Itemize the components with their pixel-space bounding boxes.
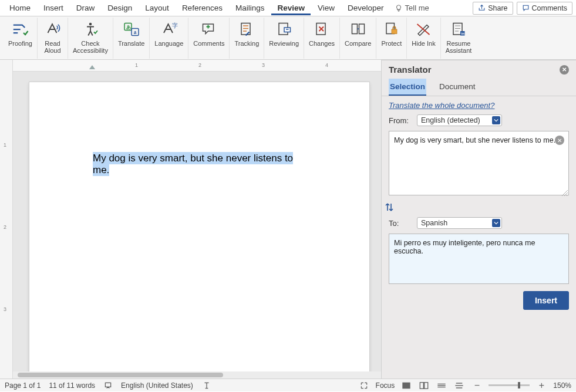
svg-point-0: [89, 23, 92, 26]
slider-knob[interactable]: [518, 382, 520, 388]
view-outline-button[interactable]: [453, 381, 465, 390]
menu-view[interactable]: View: [312, 1, 341, 15]
menubar: Home Insert Draw Design Layout Reference…: [0, 0, 576, 16]
target-text-box[interactable]: Mi perro es muy inteligente, pero nunca …: [389, 234, 569, 284]
menu-mailings[interactable]: Mailings: [230, 1, 271, 15]
menu-design[interactable]: Design: [102, 1, 138, 15]
svg-rect-19: [425, 382, 428, 388]
accessibility-icon: [82, 21, 99, 38]
print-layout-icon: [402, 381, 411, 390]
work-area: 1 2 3 1 2 3 4 My dog is very smart, but …: [0, 60, 576, 379]
svg-text:あ: あ: [126, 25, 131, 30]
statusbar: Page 1 of 1 11 of 11 words English (Unit…: [0, 379, 576, 391]
focus-icon: [360, 381, 368, 390]
menu-home[interactable]: Home: [4, 1, 36, 15]
status-words[interactable]: 11 of 11 words: [49, 381, 95, 390]
from-label: From:: [389, 116, 412, 125]
view-print-button[interactable]: [400, 381, 412, 390]
svg-text:in: in: [461, 32, 464, 35]
ribbon-comments[interactable]: Comments: [188, 18, 230, 59]
ribbon-language[interactable]: 字Language: [150, 18, 188, 59]
swap-languages-button[interactable]: [382, 200, 576, 215]
menu-insert[interactable]: Insert: [38, 1, 69, 15]
status-page[interactable]: Page 1 of 1: [5, 381, 41, 390]
svg-rect-18: [420, 382, 424, 388]
protect-icon: [383, 21, 400, 38]
from-language-select[interactable]: English (detected): [417, 114, 502, 126]
view-read-button[interactable]: [418, 381, 430, 390]
horizontal-scrollbar[interactable]: [13, 371, 381, 379]
status-language[interactable]: English (United States): [121, 381, 193, 390]
indent-marker[interactable]: [89, 65, 95, 69]
translator-pane: Translator ✕ Selection Document Translat…: [381, 60, 576, 379]
tab-selection[interactable]: Selection: [389, 79, 426, 96]
svg-rect-11: [359, 24, 364, 34]
share-button[interactable]: Share: [473, 2, 513, 15]
ribbon-resume-assistant[interactable]: inResume Assistant: [441, 18, 477, 59]
ribbon-proofing[interactable]: Proofing: [4, 18, 38, 59]
menu-references[interactable]: References: [176, 1, 228, 15]
ribbon-check-accessibility[interactable]: Check Accessibility: [68, 18, 113, 59]
ribbon-tracking[interactable]: Tracking: [230, 18, 264, 59]
status-focus[interactable]: Focus: [376, 381, 395, 390]
insert-button[interactable]: Insert: [523, 291, 569, 310]
bulb-icon: [395, 4, 403, 12]
zoom-out-button[interactable]: −: [471, 381, 483, 390]
menu-draw[interactable]: Draw: [70, 1, 101, 15]
menu-developer[interactable]: Developer: [342, 1, 390, 15]
translator-tabs: Selection Document: [382, 79, 576, 96]
spellcheck-icon[interactable]: [103, 381, 113, 390]
proofing-icon: [11, 21, 29, 38]
selected-text[interactable]: My dog is very smart, but she never list…: [93, 152, 293, 176]
scrollbar-thumb[interactable]: [18, 373, 223, 377]
web-layout-icon: [437, 381, 446, 390]
translate-icon: あa: [123, 21, 140, 38]
svg-rect-10: [352, 24, 357, 34]
reviewing-icon: [275, 21, 293, 38]
close-pane-icon[interactable]: ✕: [560, 65, 569, 75]
resize-handle-icon[interactable]: [562, 190, 568, 196]
ruler-horizontal: 1 2 3 4: [13, 60, 381, 72]
changes-icon: [313, 21, 331, 38]
ribbon-compare[interactable]: Compare: [340, 18, 376, 59]
svg-rect-17: [403, 382, 410, 388]
ruler-vertical: 1 2 3: [0, 60, 13, 379]
svg-text:字: 字: [171, 22, 177, 29]
translate-whole-link[interactable]: Translate the whole document?: [382, 96, 576, 112]
tab-document[interactable]: Document: [438, 79, 477, 96]
document-viewport[interactable]: My dog is very smart, but she never list…: [13, 72, 381, 379]
resume-icon: in: [450, 21, 467, 38]
chevron-down-icon: [492, 219, 500, 227]
ribbon-reviewing[interactable]: Reviewing: [264, 18, 304, 59]
menu-review[interactable]: Review: [271, 1, 311, 15]
menu-layout[interactable]: Layout: [139, 1, 175, 15]
read-aloud-icon: [43, 21, 61, 38]
clear-source-icon[interactable]: ✕: [555, 136, 564, 145]
svg-text:a: a: [133, 30, 136, 35]
ribbon-protect[interactable]: Protect: [376, 18, 407, 59]
pane-header: Translator ✕: [382, 60, 576, 79]
tell-me[interactable]: Tell me: [395, 4, 429, 12]
swap-icon: [384, 202, 395, 212]
page[interactable]: My dog is very smart, but she never list…: [29, 82, 369, 376]
focus-button[interactable]: [358, 381, 370, 390]
ribbon-hide-ink[interactable]: Hide Ink: [407, 18, 440, 59]
to-language-select[interactable]: Spanish: [417, 217, 502, 229]
ribbon-translate[interactable]: あaTranslate: [113, 18, 150, 59]
ribbon-read-aloud[interactable]: Read Aloud: [38, 18, 68, 59]
outline-icon: [454, 381, 464, 390]
comments-button[interactable]: Comments: [517, 2, 572, 15]
comment-icon: [522, 4, 530, 12]
ribbon-changes[interactable]: Changes: [304, 18, 340, 59]
zoom-level[interactable]: 150%: [553, 381, 571, 390]
text-format-icon[interactable]: [201, 381, 212, 390]
hide-ink-icon: [415, 21, 432, 38]
zoom-in-button[interactable]: +: [535, 381, 547, 390]
zoom-slider[interactable]: [489, 384, 530, 386]
language-icon: 字: [160, 21, 178, 38]
compare-icon: [349, 21, 367, 38]
view-web-button[interactable]: [436, 381, 447, 390]
source-text-box[interactable]: [389, 131, 569, 195]
comments-icon: [200, 21, 218, 38]
share-icon: [478, 4, 486, 12]
